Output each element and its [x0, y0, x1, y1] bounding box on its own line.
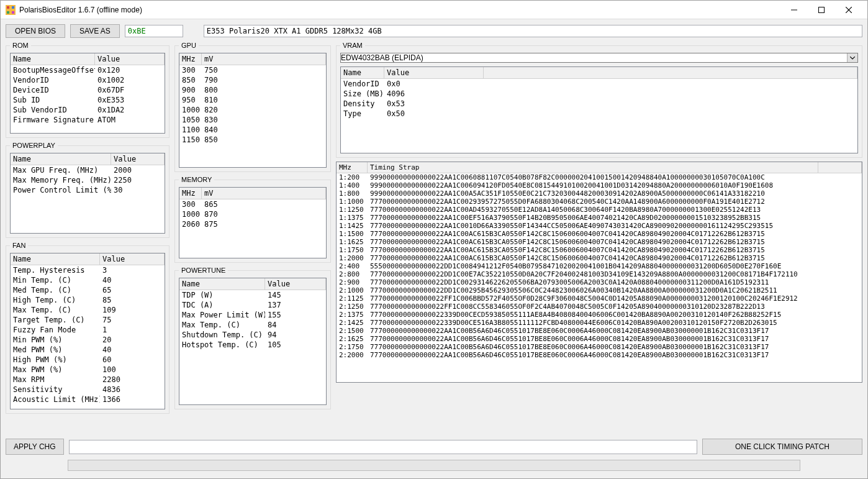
- table-row[interactable]: Med Temp. (C)65: [11, 285, 165, 295]
- hex-input[interactable]: [125, 25, 183, 37]
- table-row[interactable]: 1000820: [179, 105, 326, 115]
- chevron-down-icon[interactable]: [847, 53, 857, 62]
- cell-name: VendorID: [341, 79, 384, 89]
- table-row[interactable]: 1:200999000000000000022AA1C0060881107C05…: [337, 173, 862, 181]
- table-row[interactable]: 2:900777000000000000022DD1C0029314622620…: [337, 278, 862, 286]
- table-row[interactable]: Density0x53: [341, 99, 857, 109]
- close-button[interactable]: [835, 1, 862, 19]
- table-row[interactable]: 1:800999000000000000022AA1C00A5AC351F105…: [337, 189, 862, 198]
- left-column: ROM Name Value BootupMessageOffset0x120V…: [6, 42, 170, 427]
- table-row[interactable]: 300865: [179, 199, 326, 209]
- table-row[interactable]: Temp. Hysteresis3: [11, 265, 165, 275]
- table-row[interactable]: 2:1000777000000000000022DD1C00295B456293…: [337, 286, 862, 294]
- minimize-button[interactable]: [780, 1, 808, 19]
- table-row[interactable]: VendorID0x1002: [11, 75, 165, 85]
- table-row[interactable]: VendorID0x0: [341, 79, 857, 89]
- table-row[interactable]: 1000870: [179, 209, 326, 219]
- right-column: VRAM EDW4032BAB (ELPIDA) Name Value Vend…: [336, 42, 862, 427]
- vram-hdr-value: Value: [384, 67, 484, 78]
- cell-strap: 999000000000000022AA1C0060881107C0540B07…: [368, 173, 862, 181]
- table-row[interactable]: 2:1625777000000000000022AA1C00B56A6D46C0…: [337, 335, 862, 343]
- powertune-table[interactable]: Name Value TDP (W)145TDC (A)137Max Power…: [179, 278, 327, 405]
- table-row[interactable]: Type0x50: [341, 109, 857, 119]
- table-row[interactable]: Med PWM (%)40: [11, 345, 165, 355]
- table-row[interactable]: High PWM (%)60: [11, 355, 165, 365]
- save-as-button[interactable]: SAVE AS: [70, 24, 120, 38]
- table-row[interactable]: 1:1625777000000000000022AA1C00AC615B3CA0…: [337, 238, 862, 246]
- cell-value: 0x53: [384, 99, 857, 109]
- vram-select[interactable]: EDW4032BAB (ELPIDA): [340, 53, 858, 63]
- table-row[interactable]: Firmware SignatureATOM: [11, 115, 165, 125]
- table-row[interactable]: 900800: [179, 85, 326, 95]
- table-row[interactable]: TDP (W)145: [179, 290, 326, 300]
- apply-chg-button[interactable]: APPLY CHG: [6, 439, 64, 455]
- table-row[interactable]: Fuzzy Fan Mode1: [11, 325, 165, 335]
- rom-table[interactable]: Name Value BootupMessageOffset0x120Vendo…: [10, 53, 165, 134]
- table-row[interactable]: 850790: [179, 75, 326, 85]
- cell-value: 2280: [100, 375, 165, 385]
- open-bios-button[interactable]: OPEN BIOS: [6, 24, 65, 38]
- table-row[interactable]: Max RPM2280: [11, 375, 165, 385]
- table-row[interactable]: Min PWM (%)20: [11, 335, 165, 345]
- table-row[interactable]: Size (MB)4096: [341, 89, 857, 99]
- table-row[interactable]: BootupMessageOffset0x120: [11, 65, 165, 75]
- table-row[interactable]: Shutdown Temp. (C)94: [179, 330, 326, 340]
- table-row[interactable]: Max Power Limit (W)155: [179, 310, 326, 320]
- table-row[interactable]: High Temp. (C)85: [11, 295, 165, 305]
- fan-table[interactable]: Name Value Temp. Hysteresis3Min Temp. (C…: [10, 253, 165, 409]
- table-row[interactable]: 2:1250777000000000000022FF1C008CC5583460…: [337, 303, 862, 311]
- table-row[interactable]: 1150850: [179, 135, 326, 145]
- table-row[interactable]: Sensitivity4836: [11, 385, 165, 395]
- table-row[interactable]: Max Temp. (C)84: [179, 320, 326, 330]
- table-row[interactable]: Max Temp. (C)109: [11, 305, 165, 315]
- table-row[interactable]: 300750: [179, 65, 326, 75]
- table-row[interactable]: TDC (A)137: [179, 300, 326, 310]
- vram-table[interactable]: Name Value VendorID0x0Size (MB)4096Densi…: [340, 66, 858, 153]
- table-row[interactable]: 1:400999000000000000022AA1C006094120FD05…: [337, 181, 862, 189]
- table-row[interactable]: Min Temp. (C)40: [11, 275, 165, 285]
- table-row[interactable]: 2:400555000000000000022DD1C0084941212F05…: [337, 262, 862, 270]
- table-row[interactable]: 1100840: [179, 125, 326, 135]
- table-row[interactable]: 950810: [179, 95, 326, 105]
- table-row[interactable]: 2:1375777000000000000022339D00CECD593850…: [337, 311, 862, 319]
- table-row[interactable]: Power Control Limit (%)30: [11, 185, 165, 195]
- table-row[interactable]: Max PWM (%)100: [11, 365, 165, 375]
- table-row[interactable]: 1:2000777000000000000022AA1C00AC615B3CA0…: [337, 254, 862, 262]
- table-row[interactable]: 1:1750777000000000000022AA1C00AC615B3CA0…: [337, 246, 862, 254]
- maximize-button[interactable]: [808, 1, 835, 19]
- table-row[interactable]: 2:1425777000000000000022339D00CE516A3B80…: [337, 319, 862, 327]
- table-row[interactable]: 2:800777000000000000022DD1C00E7AC3522105…: [337, 270, 862, 278]
- status-input[interactable]: [69, 440, 697, 454]
- cell-mhz: 1:1625: [337, 238, 368, 246]
- table-row[interactable]: 1:1500777000000000000022AA1C00AC615B3CA0…: [337, 230, 862, 238]
- gpu-table[interactable]: MHz mV 300750850790900800950810100082010…: [179, 53, 327, 168]
- powerplay-table[interactable]: Name Value Max GPU Freq. (MHz)2000Max Me…: [10, 153, 165, 234]
- table-row[interactable]: Max GPU Freq. (MHz)2000: [11, 165, 165, 175]
- table-row[interactable]: 1:1000777000000000000022AA1C002939572750…: [337, 198, 862, 206]
- table-row[interactable]: 2:1125777000000000000022FF1C006BBD572F40…: [337, 294, 862, 303]
- table-row[interactable]: Hotspot Temp. (C)105: [179, 340, 326, 350]
- table-row[interactable]: Sub VendorID0x1DA2: [11, 105, 165, 115]
- table-row[interactable]: 1:1375777000000000000022AA1C00EF516A3790…: [337, 214, 862, 222]
- table-row[interactable]: Target Temp. (C)75: [11, 315, 165, 325]
- table-row[interactable]: 2:2000777000000000000022AA1C00B56A6D46C0…: [337, 351, 862, 359]
- table-row[interactable]: 2:1750777000000000000022AA1C00B56A6D46C0…: [337, 343, 862, 351]
- cell-mhz: 1:200: [337, 173, 368, 181]
- table-row[interactable]: Max Memory Freq. (MHz)2250: [11, 175, 165, 185]
- table-row[interactable]: 1:1250777000000000000022AA1C00AD45932705…: [337, 206, 862, 214]
- table-row[interactable]: 1050830: [179, 115, 326, 125]
- table-row[interactable]: DeviceID0x67DF: [11, 85, 165, 95]
- table-row[interactable]: 2060875: [179, 219, 326, 229]
- cell-name: Max Memory Freq. (MHz): [11, 175, 111, 185]
- table-row[interactable]: 1:1425777000000000000022AA1C0010D66A3390…: [337, 222, 862, 230]
- cell-name: Min Temp. (C): [11, 275, 100, 285]
- memory-table[interactable]: MHz mV 30086510008702060875: [179, 187, 327, 258]
- content: OPEN BIOS SAVE AS ROM Name Value BootupM…: [1, 19, 867, 478]
- timing-table[interactable]: MHz Timing Strap 1:200999000000000000022…: [336, 162, 862, 383]
- table-row[interactable]: Sub ID0xE353: [11, 95, 165, 105]
- table-row[interactable]: Acoustic Limit (MHz)1366: [11, 395, 165, 404]
- one-click-timing-patch-button[interactable]: ONE CLICK TIMING PATCH: [702, 439, 862, 455]
- cell-mv: 850: [202, 135, 326, 145]
- table-row[interactable]: 2:1500777000000000000022AA1C00B56A6D46C0…: [337, 327, 862, 335]
- cell-name: Sensitivity: [11, 385, 100, 395]
